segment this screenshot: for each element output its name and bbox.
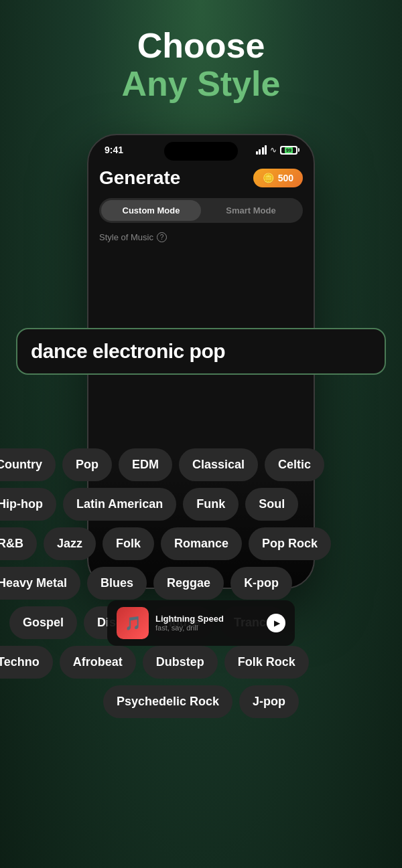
genre-folk[interactable]: Folk xyxy=(103,527,154,560)
style-input-container: dance electronic pop xyxy=(16,328,386,375)
style-input-bubble[interactable]: dance electronic pop xyxy=(16,328,386,375)
status-time: 9:41 xyxy=(105,145,123,155)
wifi-icon: ∿ xyxy=(270,145,277,155)
lightning-info: Lightning Speed fast, say, drill xyxy=(155,614,260,632)
lightning-banner: 🎵 Lightning Speed fast, say, drill ▶ xyxy=(107,600,295,646)
genre-gospel[interactable]: Gospel xyxy=(9,606,77,639)
dynamic-island xyxy=(164,142,238,161)
header-line1: Choose xyxy=(0,27,402,65)
style-label-text: Style of Music xyxy=(99,232,153,242)
genre-psychedelic[interactable]: Psychedelic Rock xyxy=(103,685,232,718)
lightning-play-button[interactable]: ▶ xyxy=(267,614,285,632)
genre-romance[interactable]: Romance xyxy=(161,527,242,560)
genre-grid: Country Pop EDM Classical Celtic Hip-hop… xyxy=(0,448,402,725)
genre-blues[interactable]: Blues xyxy=(87,567,147,600)
genre-country[interactable]: Country xyxy=(0,448,56,481)
play-icon: ▶ xyxy=(274,618,280,628)
genre-techno[interactable]: Techno xyxy=(0,646,53,679)
genre-afrobeat[interactable]: Afrobeat xyxy=(60,646,136,679)
battery-level: 99 xyxy=(285,147,293,153)
signal-icon xyxy=(256,145,267,155)
genre-funk[interactable]: Funk xyxy=(183,488,239,521)
genre-folkrock[interactable]: Folk Rock xyxy=(224,646,309,679)
app-title: Generate xyxy=(99,167,180,189)
coins-amount: 500 xyxy=(278,173,293,183)
genre-latin[interactable]: Latin American xyxy=(63,488,176,521)
genre-hiphop[interactable]: Hip-hop xyxy=(0,488,56,521)
mode-tabs: Custom Mode Smart Mode xyxy=(99,198,303,223)
genre-celtic[interactable]: Celtic xyxy=(265,448,324,481)
header-line2: Any Style xyxy=(0,65,402,103)
tab-custom-mode[interactable]: Custom Mode xyxy=(101,200,201,221)
genre-reggae[interactable]: Reggae xyxy=(153,567,224,600)
app-header: Generate 🪙 500 xyxy=(99,167,303,189)
header-section: Choose Any Style xyxy=(0,27,402,103)
genre-rnb[interactable]: R&B xyxy=(0,527,37,560)
tab-smart-mode[interactable]: Smart Mode xyxy=(201,200,301,221)
help-icon[interactable]: ? xyxy=(157,232,167,242)
genre-jpop[interactable]: J-pop xyxy=(239,685,299,718)
style-input-text: dance electronic pop xyxy=(31,340,371,363)
battery-icon: 99 xyxy=(280,146,297,155)
app-content: Generate 🪙 500 Custom Mode Smart Mode St… xyxy=(88,159,314,242)
genre-edm[interactable]: EDM xyxy=(119,448,172,481)
lightning-subtitle: fast, say, drill xyxy=(155,624,260,632)
style-label: Style of Music ? xyxy=(99,232,303,242)
genre-soul[interactable]: Soul xyxy=(245,488,298,521)
genre-dubstep[interactable]: Dubstep xyxy=(143,646,218,679)
genre-jazz[interactable]: Jazz xyxy=(44,527,96,560)
status-icons: ∿ 99 xyxy=(256,145,298,155)
lightning-title: Lightning Speed xyxy=(155,614,260,624)
genre-pop[interactable]: Pop xyxy=(62,448,112,481)
coins-icon: 🪙 xyxy=(263,173,274,183)
genre-heavymetal[interactable]: Heavy Metal xyxy=(0,567,80,600)
lightning-thumb: 🎵 xyxy=(117,607,149,639)
genre-kpop[interactable]: K-pop xyxy=(230,567,292,600)
coins-badge[interactable]: 🪙 500 xyxy=(253,169,303,187)
genre-poprock[interactable]: Pop Rock xyxy=(249,527,331,560)
genre-classical[interactable]: Classical xyxy=(179,448,258,481)
